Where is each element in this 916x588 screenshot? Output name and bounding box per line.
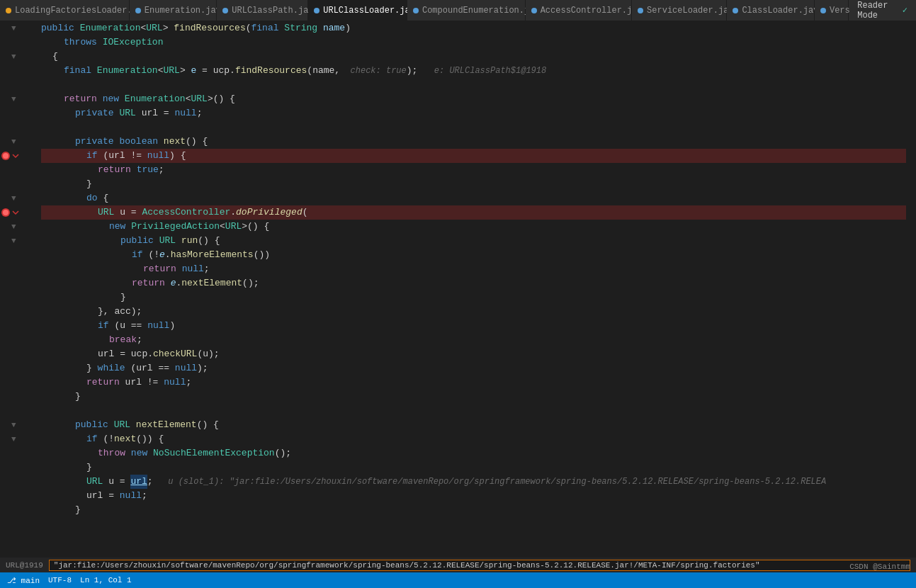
gutter-line-16: ▼ [0,234,35,248]
status-bar: ⎇ main UTF-8 Ln 1, Col 1 [0,572,916,588]
tab-icon [135,8,141,13]
gutter-line-20 [0,290,35,305]
bottom-debug-bar: URL@1919 "jar:file:/Users/zhouxin/softwa… [0,557,916,572]
gutter-line-34 [0,489,35,503]
gutter-line-6: ▼ [0,92,35,106]
gutter-line-13: ▼ [0,191,35,205]
gutter-line-28 [0,404,35,418]
tab-label: ClassLoader.java [742,6,823,16]
gutter-line-2 [0,35,35,50]
breakpoint-marker-14 [1,208,10,217]
code-line-9: private boolean next() { [41,135,906,149]
gutter-line-8 [0,120,35,135]
code-line-14: URL u = AccessController.doPrivileged( [41,205,906,220]
gutter-line-1: ▼ [0,21,35,35]
gutter-line-10 [0,149,35,163]
gutter-line-31 [0,446,35,460]
gutter-line-32 [0,460,35,475]
code-editor[interactable]: public Enumeration<URL> findResources(fi… [35,21,906,557]
gutter-line-23 [0,333,35,347]
top-right-area: Reader Mode ✓ [849,0,916,21]
code-line-13: do { [41,191,906,205]
reader-mode-check: ✓ [903,5,907,16]
code-line-18: return null; [41,262,906,276]
gutter-line-15: ▼ [0,220,35,234]
code-line-8 [41,120,906,135]
code-line-22: if (u == null) [41,319,906,333]
reader-mode-label[interactable]: Reader Mode [857,1,897,21]
code-line-29: public URL nextElement() { [41,418,906,432]
code-line-17: if (!e.hasMoreElements()) [41,248,906,262]
code-line-6: return new Enumeration<URL>() { [41,92,906,106]
tab-icon [820,8,826,13]
encoding: UTF-8 [48,576,72,584]
code-line-23: break; [41,333,906,347]
code-line-16: public URL run() { [41,234,906,248]
gutter-line-5 [0,78,35,92]
tab-urlclasspath[interactable]: URLClassPath.java × [217,0,308,21]
code-line-2: throws IOException [41,35,906,50]
code-line-4: final Enumeration<URL> e = ucp.findResou… [41,64,906,78]
gutter-line-33 [0,475,35,489]
code-line-1: public Enumeration<URL> findResources(fi… [41,21,906,35]
tab-vers[interactable]: Vers [815,0,849,21]
code-line-21: }, acc); [41,305,906,319]
tab-icon [638,8,643,13]
gutter-line-18 [0,262,35,276]
gutter-line-30: ▼ [0,432,35,446]
line-gutter: ▼ ▼ ▼ ▼ ▼ [0,21,35,557]
code-line-10: if (url != null) { [41,149,906,163]
tab-accesscontroller[interactable]: AccessController.java × [526,0,632,21]
code-line-26: return url != null; [41,375,906,390]
tab-icon [413,8,419,13]
code-line-32: } [41,460,906,475]
tab-serviceloader[interactable]: ServiceLoader.java × [632,0,727,21]
gutter-line-29: ▼ [0,418,35,432]
tab-icon [531,8,537,13]
vertical-scrollbar[interactable] [906,21,916,557]
code-line-20: } [41,290,906,305]
gutter-line-12 [0,177,35,191]
gutter-line-14 [0,205,35,220]
breakpoint-marker-10 [1,152,10,160]
gutter-line-22 [0,319,35,333]
gutter-line-7 [0,106,35,120]
tab-icon [314,8,320,13]
code-line-27: } [41,390,906,404]
git-branch: ⎇ main [7,576,40,585]
tab-enumeration[interactable]: Enumeration.java × [130,0,217,21]
tab-urlclassloader[interactable]: URLClassLoader.java × [308,0,407,21]
tab-icon [6,8,11,13]
gutter-line-35 [0,503,35,517]
code-line-15: new PrivilegedAction<URL>() { [41,220,906,234]
tab-label: Enumeration.java [145,6,226,16]
tab-loading-factories[interactable]: LoadingFactoriesLoader.java × [0,0,130,21]
code-line-11: return true; [41,163,906,177]
tab-classloader[interactable]: ClassLoader.java × [727,0,815,21]
gutter-line-21 [0,305,35,319]
code-line-7: private URL url = null; [41,106,906,120]
gutter-line-26 [0,375,35,390]
tab-bar: LoadingFactoriesLoader.java × Enumeratio… [0,0,916,21]
gutter-line-9: ▼ [0,135,35,149]
gutter-line-19 [0,276,35,290]
gutter-line-11 [0,163,35,177]
tab-label: ServiceLoader.java [647,6,739,16]
code-line-28 [41,404,906,418]
tab-compoundenumeration[interactable]: CompoundEnumeration.java × [407,0,526,21]
tab-icon [222,8,228,13]
gutter-line-3: ▼ [0,50,35,64]
line-col: Ln 1, Col 1 [80,576,132,584]
code-line-33: URL u = url; u (slot_1): "jar:file:/User… [41,475,906,489]
csdn-watermark: CSDN @Saintmm [849,562,910,571]
code-line-5 [41,78,906,92]
code-line-35: } [41,503,906,517]
gutter-line-24 [0,347,35,361]
code-line-25: } while (url == null); [41,361,906,375]
code-line-24: url = ucp.checkURL(u); [41,347,906,361]
debug-value-text: "jar:file:/Users/zhouxin/software/mavenR… [54,561,760,570]
gutter-line-17 [0,248,35,262]
tab-icon [733,8,738,13]
code-line-31: throw new NoSuchElementException(); [41,446,906,460]
code-line-30: if (!next()) { [41,432,906,446]
